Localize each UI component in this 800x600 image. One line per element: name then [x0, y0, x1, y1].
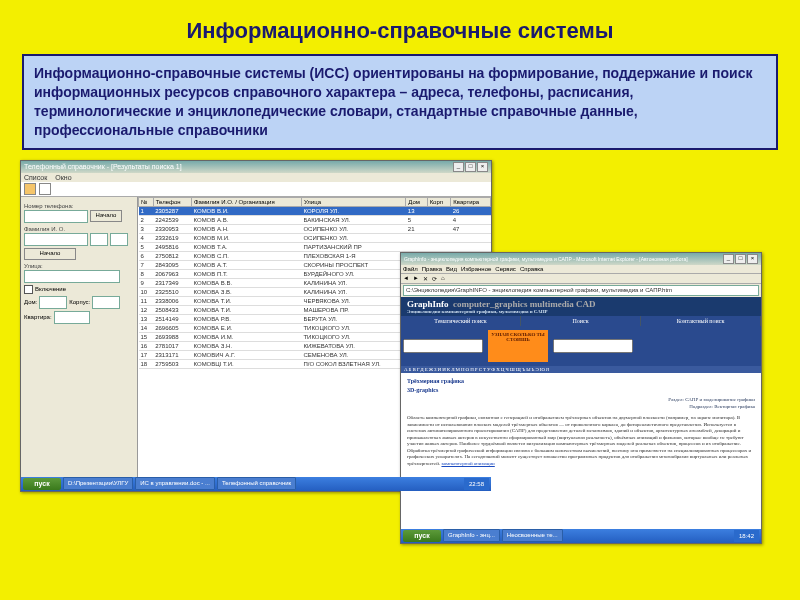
- cell: 13: [406, 206, 427, 215]
- cell: КОМОВ М.И.: [192, 233, 302, 242]
- cell: [406, 233, 427, 242]
- cell: БУРДЕЙНОГО УЛ.: [301, 269, 405, 278]
- menu-list[interactable]: Список: [24, 174, 47, 181]
- initial-i-input[interactable]: [90, 233, 108, 246]
- info-description: Информационно-справочные системы (ИСС) о…: [22, 54, 778, 150]
- cell: 5: [139, 242, 154, 251]
- minimize-icon[interactable]: _: [723, 254, 734, 264]
- phone-input[interactable]: [24, 210, 88, 223]
- cell: 2514149: [153, 314, 191, 323]
- menu-view[interactable]: Вид: [446, 266, 457, 272]
- close-icon[interactable]: ×: [477, 162, 488, 172]
- table-row[interactable]: 32330953КОМОВ А.Н.ОСИПЕНКО УЛ.2147: [139, 224, 491, 233]
- start-button-2[interactable]: Начало: [24, 248, 76, 260]
- forward-icon[interactable]: ►: [413, 275, 419, 282]
- menu-file[interactable]: Файл: [403, 266, 418, 272]
- phone-label: Номер телефона:: [24, 203, 134, 209]
- street-input[interactable]: [24, 270, 120, 283]
- column-header[interactable]: Телефон: [153, 197, 191, 206]
- maximize-icon[interactable]: □: [465, 162, 476, 172]
- start-button[interactable]: пуск: [23, 478, 61, 490]
- open-icon[interactable]: [24, 183, 36, 195]
- cell: КИЖЕВАТОВА УЛ.: [301, 341, 405, 350]
- table-row[interactable]: 52495816КОМОВ Т.А.ПАРТИЗАНСКИЙ ПР: [139, 242, 491, 251]
- tab-thematic[interactable]: Тематический поиск: [401, 316, 521, 326]
- table-row[interactable]: 12305287КОМОВ В.И.КОРОЛЯ УЛ.1326: [139, 206, 491, 215]
- inclusion-checkbox[interactable]: [24, 285, 33, 294]
- start-button-1[interactable]: Начало: [90, 210, 122, 222]
- taskbar-item[interactable]: Неосвоенные те...: [502, 529, 563, 542]
- close-icon[interactable]: ×: [747, 254, 758, 264]
- cell: 2067963: [153, 269, 191, 278]
- cell: КОМОВА Т.И.: [192, 305, 302, 314]
- column-header[interactable]: Корп: [427, 197, 451, 206]
- system-tray[interactable]: 22:58: [464, 478, 489, 490]
- cell: КОМОВ Т.А.: [192, 242, 302, 251]
- tab-search[interactable]: Поиск: [521, 316, 641, 326]
- taskbar-item[interactable]: D:\Презентации\УЛГУ: [63, 477, 133, 490]
- cell: 1: [139, 206, 154, 215]
- maximize-icon[interactable]: □: [735, 254, 746, 264]
- surname-label: Фамилия И. О.: [24, 226, 134, 232]
- cell: 9: [139, 278, 154, 287]
- taskbar-item[interactable]: GraphInfo - энц...: [443, 529, 500, 542]
- cell: 2759503: [153, 359, 191, 368]
- address-bar[interactable]: C:\Энциклопедия\GraphINFO - энциклопедия…: [403, 285, 759, 296]
- cell: КОМОВА З.Н.: [192, 341, 302, 350]
- taskbar-item[interactable]: Телефонный справочник: [217, 477, 296, 490]
- minimize-icon[interactable]: _: [453, 162, 464, 172]
- block-input[interactable]: [92, 296, 120, 309]
- column-header[interactable]: Фамилия И.О. / Организация: [192, 197, 302, 206]
- street-label: Улица:: [24, 263, 134, 269]
- stop-icon[interactable]: ✕: [423, 275, 428, 282]
- link-animation[interactable]: компьютерной анимации: [441, 461, 494, 466]
- cell: КОМОВИЧ А.Г.: [192, 350, 302, 359]
- cell: 3: [139, 224, 154, 233]
- back-icon[interactable]: ◄: [403, 275, 409, 282]
- cell: [406, 242, 427, 251]
- column-header[interactable]: №: [139, 197, 154, 206]
- cell: 2330953: [153, 224, 191, 233]
- cell: ПЛЕХОВСКАЯ 1-Я: [301, 251, 405, 260]
- taskbar-item[interactable]: ИС в управлении.doc - ...: [135, 477, 215, 490]
- start-button[interactable]: пуск: [403, 530, 441, 542]
- system-tray[interactable]: 18:42: [734, 530, 759, 542]
- table-row[interactable]: 42332619КОМОВ М.И.ОСИПЕНКО УЛ.: [139, 233, 491, 242]
- alpha-index[interactable]: АБВГДЕЖЗИЙКЛМНОПРСТУФХЦЧШЩЪЫЬЭЮЯ: [401, 366, 761, 373]
- menu-help[interactable]: Справка: [520, 266, 544, 272]
- promo-banner[interactable]: УЗНАЙ СКОЛЬКО ТЫ СТОИШЬ: [488, 330, 548, 362]
- brand-tag: computer_graphics multimedia CAD: [453, 299, 596, 309]
- cell: КОМОВ А.В.: [192, 215, 302, 224]
- tab-context[interactable]: Контактный поиск: [641, 316, 761, 326]
- cell: 8: [139, 269, 154, 278]
- menu-window[interactable]: Окно: [55, 174, 71, 181]
- column-header[interactable]: Квартира: [451, 197, 491, 206]
- initial-o-input[interactable]: [110, 233, 128, 246]
- nav-toolbar: ◄ ► ✕ ⟳ ⌂: [401, 274, 761, 284]
- taskbar-1: пуск D:\Презентации\УЛГУ ИС в управлении…: [21, 477, 491, 491]
- cell: КОМОВА И.М.: [192, 332, 302, 341]
- cell: [427, 242, 451, 251]
- cell: МАШЕРОВА ПР.: [301, 305, 405, 314]
- home-icon[interactable]: ⌂: [441, 275, 445, 282]
- cell: 6: [139, 251, 154, 260]
- search-input-1[interactable]: [403, 339, 483, 353]
- inclusion-label: Включение: [35, 286, 66, 292]
- cell: [427, 206, 451, 215]
- cell: [427, 215, 451, 224]
- refresh-icon[interactable]: ⟳: [432, 275, 437, 282]
- menu-edit[interactable]: Правка: [422, 266, 442, 272]
- apt-input[interactable]: [54, 311, 90, 324]
- column-header[interactable]: Улица: [301, 197, 405, 206]
- table-row[interactable]: 22242539КОМОВ А.В.БАКИНСКАЯ УЛ.54: [139, 215, 491, 224]
- article-title-ru: Трёхмерная графика: [407, 378, 755, 386]
- search-input-2[interactable]: [553, 339, 633, 353]
- menu-tools[interactable]: Сервис: [495, 266, 516, 272]
- search-icon[interactable]: [39, 183, 51, 195]
- surname-input[interactable]: [24, 233, 88, 246]
- brand-name: GraphInfo: [407, 299, 449, 309]
- house-input[interactable]: [39, 296, 67, 309]
- cell: КАЛИНИНА УЛ.: [301, 287, 405, 296]
- menu-fav[interactable]: Избранное: [461, 266, 491, 272]
- column-header[interactable]: Дом: [406, 197, 427, 206]
